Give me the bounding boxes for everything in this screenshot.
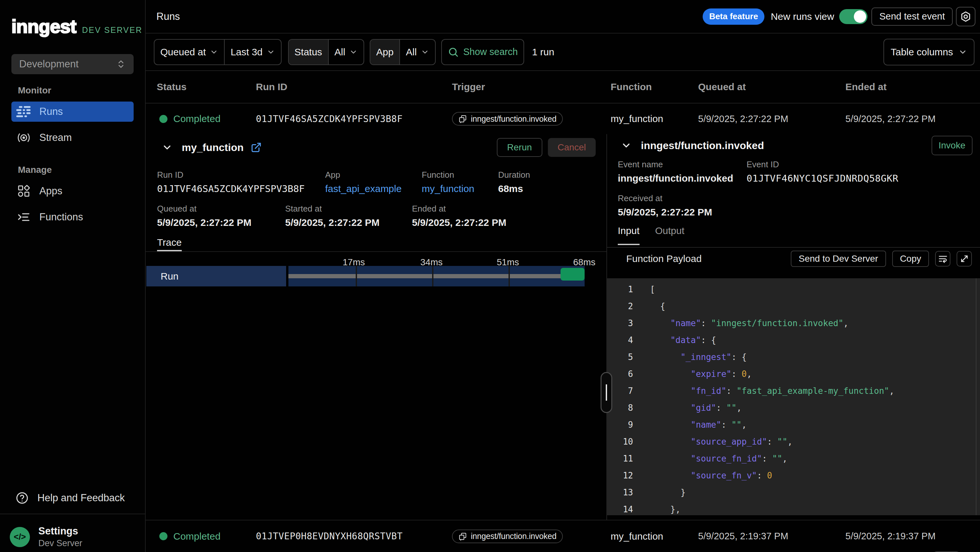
settings-gear-button[interactable] — [956, 7, 975, 26]
field-value[interactable]: fast_api_example — [325, 183, 402, 194]
line-number: 2 — [607, 298, 633, 315]
sidebar-item-runs[interactable]: Runs — [11, 102, 134, 122]
column-header-trigger: Trigger — [452, 81, 611, 93]
new-runs-view-toggle[interactable] — [839, 9, 867, 24]
sidebar-item-stream[interactable]: Stream — [11, 128, 134, 148]
run-info-row-1: Run ID01JTVF46SA5ZCDK4YPFSPV3B8FAppfast_… — [146, 170, 606, 204]
resize-grip — [606, 384, 607, 400]
app-filter-dropdown[interactable]: All — [399, 40, 435, 64]
chevron-down-icon — [958, 48, 967, 57]
event-info: Event name inngest/function.invoked Even… — [607, 160, 980, 225]
time-field-dropdown[interactable]: Queued at — [154, 40, 224, 64]
new-runs-view-label: New runs view — [771, 11, 834, 22]
table-row[interactable]: Completed01JTVF46SA5ZCDK4YPFSPV3B8Finnge… — [146, 104, 980, 134]
sidebar-item-settings[interactable]: </> Settings Dev Server — [0, 514, 145, 552]
inngest-logo: inngest — [11, 17, 76, 36]
timeline-tick-line — [509, 266, 510, 286]
field-label: Run ID — [157, 170, 305, 180]
send-to-dev-server-button[interactable]: Send to Dev Server — [791, 250, 886, 267]
field-label: App — [325, 170, 402, 180]
field-label: Function — [422, 170, 474, 180]
function-name: my_function — [611, 531, 698, 542]
detail-field-started-at: Started at5/9/2025, 2:27:22 PM — [285, 204, 379, 228]
time-field-value: Queued at — [160, 46, 206, 57]
table-row[interactable]: Completed01JTVEP0H8EVDNYXH68QRSTVBTinnge… — [146, 520, 980, 552]
detail-field-run-id: Run ID01JTVF46SA5ZCDK4YPFSPV3B8F — [157, 170, 305, 194]
line-number: 9 — [607, 416, 633, 433]
status-dot-completed — [159, 115, 167, 123]
sidebar-item-apps[interactable]: Apps — [11, 181, 134, 201]
expand-button[interactable] — [956, 251, 972, 266]
trace-run-label: Run — [161, 271, 178, 282]
field-value: 01JTVF46SA5ZCDK4YPFSPV3B8F — [157, 183, 305, 194]
status-dot-completed — [159, 532, 167, 540]
status-filter-label: Status — [289, 40, 328, 64]
trigger-badge[interactable]: inngest/function.invoked — [452, 530, 563, 543]
table-columns-button[interactable]: Table columns — [883, 39, 974, 65]
code-line: "name": "", — [650, 416, 980, 433]
trace-exec-bar — [560, 268, 585, 281]
panel-resize-handle[interactable] — [601, 372, 612, 413]
field-value: 5/9/2025, 2:27:22 PM — [157, 217, 251, 228]
settings-title: Settings — [38, 525, 82, 537]
code-scrollbar-gutter[interactable] — [976, 278, 980, 515]
filter-bar: Queued at Last 3d Status All — [146, 34, 980, 71]
app-filter-group: App All — [370, 39, 436, 65]
field-value[interactable]: my_function — [422, 183, 474, 194]
event-name-value: inngest/function.invoked — [618, 173, 733, 184]
sidebar-item-help[interactable]: Help and Feedback — [0, 488, 145, 508]
status-filter-group: Status All — [288, 39, 364, 65]
cancel-button[interactable]: Cancel — [548, 138, 596, 157]
collapse-chevron-icon[interactable] — [621, 140, 632, 151]
event-title: inngest/function.invoked — [641, 140, 764, 152]
show-search-button[interactable]: Show search — [441, 39, 525, 65]
main: Runs Beta feature New runs view Send tes… — [146, 0, 980, 552]
line-number: 5 — [607, 349, 633, 365]
status-label: Completed — [173, 531, 220, 542]
detail-field-duration: Duration68ms — [498, 170, 530, 194]
code-line: }, — [650, 501, 980, 515]
code-line: } — [650, 484, 980, 501]
stream-icon — [16, 131, 31, 145]
trace-run-row[interactable]: Run — [146, 266, 585, 286]
help-icon — [15, 491, 29, 505]
trace-run-track — [288, 266, 585, 286]
workspace-select[interactable]: Development — [11, 54, 134, 74]
status-filter-value: All — [334, 46, 345, 57]
timeline-tick-line — [356, 266, 357, 286]
trigger-badge[interactable]: inngest/function.invoked — [452, 112, 563, 126]
tab-output[interactable]: Output — [655, 225, 684, 245]
sidebar-item-functions[interactable]: Functions — [11, 207, 134, 227]
column-header-function: Function — [611, 81, 698, 93]
timeline-tick-line — [432, 266, 433, 286]
time-filter-group: Queued at Last 3d — [154, 39, 282, 65]
external-link-icon[interactable] — [251, 142, 262, 153]
invoke-button[interactable]: Invoke — [932, 136, 973, 155]
line-number: 1 — [607, 281, 633, 298]
status-filter-dropdown[interactable]: All — [328, 40, 364, 64]
apps-icon — [16, 184, 31, 198]
time-range-dropdown[interactable]: Last 3d — [224, 40, 281, 64]
runs-icon — [16, 106, 31, 117]
field-label: Duration — [498, 170, 530, 180]
tab-input[interactable]: Input — [618, 225, 640, 245]
status-label: Completed — [173, 113, 220, 124]
collapse-chevron-icon[interactable] — [162, 142, 173, 153]
tab-trace[interactable]: Trace — [157, 237, 182, 251]
field-label: Started at — [285, 204, 379, 214]
ended-at-value: 5/9/2025, 2:27:22 PM — [845, 113, 980, 124]
run-id: 01JTVEP0H8EVDNYXH68QRSTVBT — [256, 531, 452, 542]
sidebar-item-label: Functions — [39, 211, 83, 223]
event-panel: inngest/function.invoked Invoke Event na… — [606, 134, 980, 520]
copy-button[interactable]: Copy — [892, 250, 929, 267]
timeline-tick-label: 68ms — [573, 257, 595, 268]
payload-code-editor[interactable]: 1234567891011121314 [ { "name": "inngest… — [607, 278, 980, 515]
bottom-row-wrap: Completed01JTVEP0H8EVDNYXH68QRSTVBTinnge… — [146, 520, 980, 552]
send-test-event-button[interactable]: Send test event — [872, 8, 953, 26]
line-number: 11 — [607, 450, 633, 467]
line-number: 4 — [607, 332, 633, 349]
sidebar-item-label: Stream — [39, 132, 72, 144]
rerun-button[interactable]: Rerun — [497, 138, 542, 157]
ended-at-value: 5/9/2025, 2:19:37 PM — [845, 531, 980, 542]
wrap-text-button[interactable] — [935, 251, 950, 266]
